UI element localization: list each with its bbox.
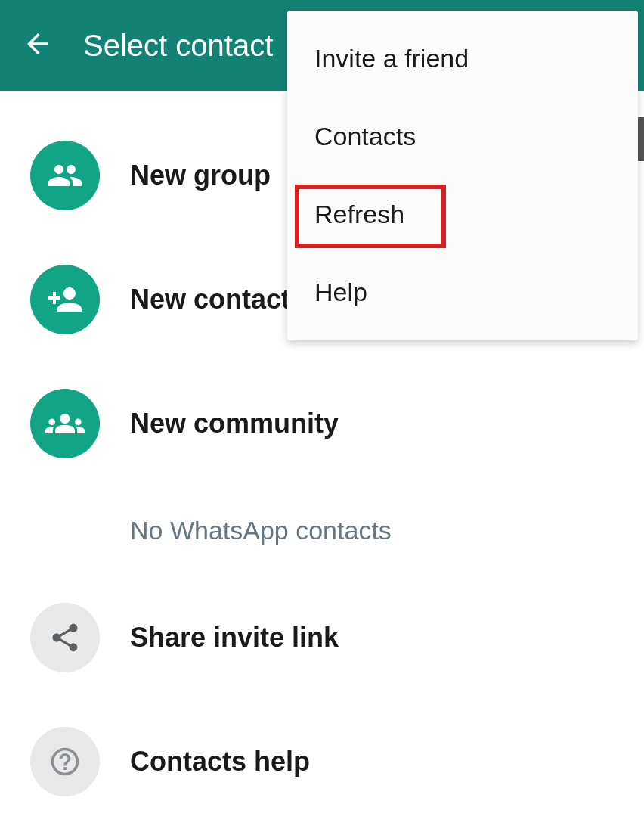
overflow-menu: Invite a friend Contacts Refresh Help <box>287 11 638 340</box>
share-icon <box>30 603 100 672</box>
new-group-label: New group <box>130 160 271 191</box>
menu-refresh[interactable]: Refresh <box>287 175 638 253</box>
empty-state-text: No WhatsApp contacts <box>0 486 644 576</box>
share-invite-item[interactable]: Share invite link <box>0 576 644 700</box>
new-community-label: New community <box>130 408 339 439</box>
arrow-left-icon <box>22 28 54 63</box>
menu-contacts[interactable]: Contacts <box>287 98 638 175</box>
new-community-item[interactable]: New community <box>0 362 644 486</box>
back-button[interactable] <box>15 23 60 68</box>
page-title: Select contact <box>83 29 273 63</box>
menu-invite-friend[interactable]: Invite a friend <box>287 20 638 98</box>
new-contact-label: New contact <box>130 284 290 315</box>
add-person-icon <box>30 265 100 334</box>
contacts-help-item[interactable]: Contacts help <box>0 700 644 824</box>
group-icon <box>30 141 100 210</box>
help-icon <box>30 727 100 796</box>
contacts-help-label: Contacts help <box>130 746 310 778</box>
share-invite-label: Share invite link <box>130 622 339 653</box>
community-icon <box>30 389 100 458</box>
menu-help[interactable]: Help <box>287 253 638 331</box>
